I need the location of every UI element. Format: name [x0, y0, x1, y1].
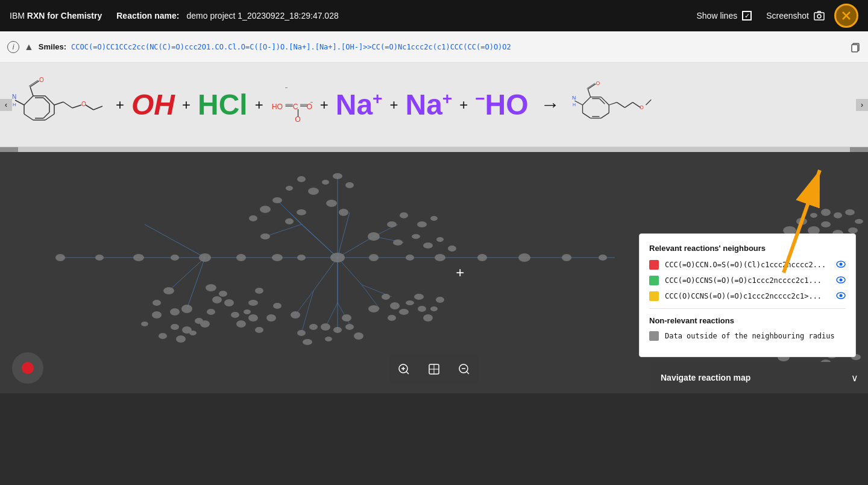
na2-label: Na+: [405, 88, 452, 121]
svg-point-177: [436, 297, 444, 303]
svg-point-147: [224, 299, 234, 306]
svg-point-95: [236, 254, 246, 261]
svg-point-200: [848, 227, 858, 233]
svg-point-137: [152, 311, 162, 319]
svg-line-221: [467, 372, 469, 374]
svg-point-191: [796, 218, 807, 225]
smiles-bar: i ▲ Smiles: CCOC(=O)CC1CCc2cc(NC(C)=O)cc…: [0, 31, 868, 63]
svg-point-159: [303, 339, 312, 345]
zoom-out-button[interactable]: [450, 355, 479, 384]
zoom-in-button[interactable]: [389, 355, 418, 384]
svg-point-168: [382, 294, 390, 300]
scroll-right-button[interactable]: ›: [856, 99, 868, 111]
info-icon[interactable]: i: [7, 41, 19, 53]
legend-item-3: CCC(O)CCNS(=O)(=O)c1ccc2ncccc2c1>...: [649, 291, 846, 301]
navigate-chevron[interactable]: ∨: [851, 372, 858, 384]
svg-point-1: [817, 14, 821, 18]
record-button[interactable]: [12, 352, 43, 384]
legend-eye-3[interactable]: [836, 291, 846, 301]
svg-point-142: [200, 320, 210, 328]
svg-point-155: [266, 314, 276, 322]
svg-point-157: [291, 311, 300, 319]
svg-point-153: [248, 314, 258, 322]
svg-point-163: [333, 327, 342, 333]
svg-point-125: [435, 254, 445, 261]
svg-text:C: C: [292, 103, 298, 111]
close-button[interactable]: [834, 4, 858, 28]
svg-point-105: [326, 200, 337, 207]
svg-point-173: [414, 294, 424, 300]
navigate-panel[interactable]: Navigate reaction map ∨: [651, 362, 868, 393]
svg-point-145: [206, 284, 216, 291]
svg-point-97: [297, 255, 306, 261]
svg-text:H: H: [13, 102, 16, 107]
svg-text:N: N: [12, 94, 16, 100]
svg-point-114: [400, 212, 408, 218]
hcl-label: HCl: [198, 88, 248, 121]
scroll-left-button[interactable]: ‹: [0, 99, 12, 111]
svg-text:O: O: [81, 101, 86, 107]
copy-icon[interactable]: [850, 42, 861, 52]
svg-point-119: [448, 246, 456, 252]
svg-text:H: H: [572, 102, 575, 106]
svg-point-170: [388, 315, 396, 321]
screenshot-action[interactable]: Screenshot: [766, 10, 825, 21]
navigate-label: Navigate reaction map: [661, 373, 750, 382]
svg-point-98: [272, 197, 282, 203]
svg-point-203: [834, 212, 842, 218]
svg-point-127: [518, 253, 530, 262]
svg-point-113: [387, 221, 397, 227]
legend-eye-1[interactable]: [836, 260, 846, 270]
svg-point-167: [368, 305, 379, 312]
svg-point-211: [840, 294, 843, 297]
svg-point-110: [249, 215, 257, 221]
legend-item-2: CCC(=O)CCNS(=O)(=O)c1ccc2ncccc2c1...: [649, 276, 846, 285]
show-lines-checkbox[interactable]: [742, 11, 752, 21]
svg-line-215: [406, 372, 409, 374]
svg-point-151: [248, 300, 258, 306]
svg-line-28: [72, 105, 81, 108]
svg-point-131: [153, 300, 161, 306]
map-area[interactable]: Relevant reactions' neighbours CCC(=O)CC…: [0, 152, 868, 393]
legend-eye-2[interactable]: [836, 276, 846, 285]
svg-point-171: [399, 309, 409, 315]
svg-point-154: [255, 327, 263, 333]
svg-point-128: [562, 254, 571, 261]
svg-line-54: [574, 101, 582, 105]
carbonate-molecule: − HO C O − O: [271, 75, 313, 135]
svg-point-109: [260, 206, 271, 213]
legend-separator: [649, 308, 846, 309]
smiles-value: CCOC(=O)CC1CCc2cc(NC(C)=O)ccc2O1.CO.Cl.O…: [71, 43, 845, 51]
svg-point-117: [423, 242, 433, 249]
legend-item-non-relevant: Data outside of the neighbouring radius: [649, 331, 846, 341]
svg-line-57: [588, 89, 590, 97]
svg-point-112: [368, 232, 380, 241]
center-button[interactable]: [420, 355, 448, 384]
svg-point-121: [430, 216, 438, 221]
svg-line-49: [582, 113, 590, 118]
svg-text:HO: HO: [271, 103, 282, 111]
svg-point-149: [236, 320, 246, 328]
svg-point-118: [436, 237, 444, 242]
reaction-arrow: →: [541, 94, 560, 116]
legend-color-2: [649, 276, 659, 285]
svg-point-193: [821, 221, 831, 227]
record-dot: [22, 362, 34, 374]
svg-point-126: [477, 254, 487, 261]
plus-6: +: [459, 97, 468, 113]
collapse-icon[interactable]: ▲: [24, 42, 34, 52]
svg-line-19: [15, 100, 24, 105]
svg-point-108: [285, 218, 294, 224]
plus-4: +: [320, 97, 329, 113]
show-lines-action[interactable]: Show lines: [696, 11, 752, 21]
svg-point-209: [840, 279, 843, 282]
svg-point-130: [163, 287, 174, 294]
svg-point-140: [176, 335, 186, 343]
svg-line-63: [624, 102, 632, 107]
svg-point-139: [159, 333, 167, 339]
svg-point-150: [244, 309, 251, 314]
svg-point-165: [345, 324, 354, 330]
reaction-scrollbar[interactable]: [0, 147, 868, 152]
svg-point-96: [272, 254, 283, 261]
svg-point-166: [354, 332, 363, 340]
